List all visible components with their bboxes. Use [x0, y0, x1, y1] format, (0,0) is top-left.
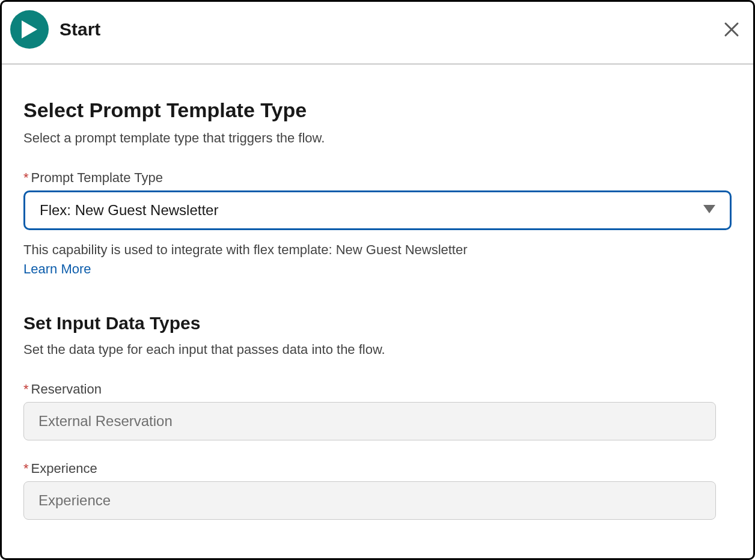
input-data-types-section: Set Input Data Types Set the data type f… — [23, 313, 732, 520]
start-modal: Start Select Prompt Template Type Select… — [0, 0, 755, 560]
reservation-field: *Reservation External Reservation — [23, 382, 732, 440]
reservation-label: *Reservation — [23, 382, 732, 397]
required-asterisk: * — [23, 170, 29, 185]
select-template-heading: Select Prompt Template Type — [23, 99, 732, 122]
close-button[interactable] — [722, 20, 741, 39]
required-asterisk: * — [23, 382, 29, 397]
experience-label: *Experience — [23, 461, 732, 476]
learn-more-link[interactable]: Learn More — [23, 261, 91, 277]
input-data-types-heading: Set Input Data Types — [23, 313, 732, 333]
prompt-template-type-value: Flex: New Guest Newsletter — [40, 202, 218, 219]
input-data-types-description: Set the data type for each input that pa… — [23, 342, 732, 358]
reservation-value: External Reservation — [23, 402, 716, 440]
modal-body: Select Prompt Template Type Select a pro… — [2, 65, 753, 520]
close-icon — [724, 22, 739, 37]
modal-header: Start — [2, 2, 753, 65]
prompt-template-helper-text: This capability is used to integrate wit… — [23, 242, 732, 258]
prompt-template-type-label: *Prompt Template Type — [23, 170, 732, 186]
experience-field: *Experience Experience — [23, 461, 732, 520]
prompt-template-type-combobox[interactable]: Flex: New Guest Newsletter — [23, 190, 732, 230]
modal-title: Start — [60, 19, 100, 40]
svg-marker-3 — [703, 205, 715, 213]
chevron-down-icon — [703, 205, 715, 216]
select-template-description: Select a prompt template type that trigg… — [23, 130, 732, 146]
required-asterisk: * — [23, 461, 29, 476]
experience-value: Experience — [23, 481, 716, 520]
start-play-icon — [10, 10, 49, 49]
svg-marker-0 — [22, 20, 37, 38]
prompt-template-type-field: *Prompt Template Type Flex: New Guest Ne… — [23, 170, 732, 277]
